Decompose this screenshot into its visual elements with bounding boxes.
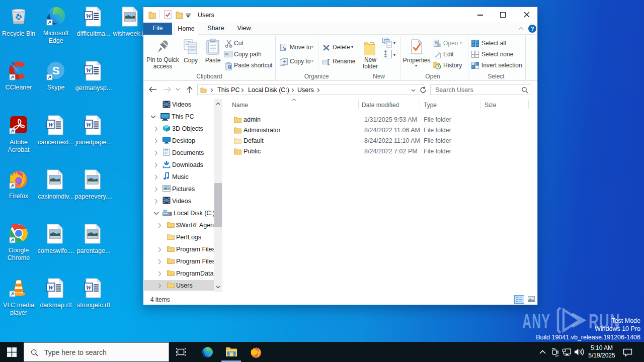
svg-text:W: W [48, 284, 54, 291]
svg-text:W: W [86, 121, 92, 128]
svg-text:W: W [48, 121, 54, 128]
svg-text:W: W [86, 284, 92, 291]
svg-text:W: W [86, 66, 92, 74]
svg-text:S: S [52, 64, 60, 77]
svg-text:W...: W... [225, 52, 231, 56]
svg-text:W: W [86, 12, 92, 20]
svg-text:?: ? [531, 26, 534, 32]
